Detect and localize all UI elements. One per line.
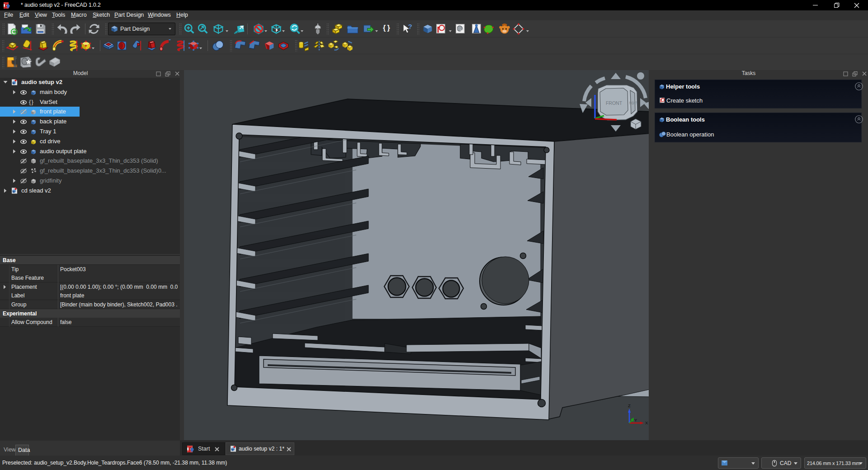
svg-text:RIGHT: RIGHT <box>629 101 637 106</box>
svg-text:X: X <box>645 420 648 425</box>
svg-text:FRONT: FRONT <box>606 100 623 106</box>
svg-text:Z: Z <box>628 403 631 408</box>
svg-text:?: ? <box>408 23 412 30</box>
svg-text:Y: Y <box>634 418 637 423</box>
